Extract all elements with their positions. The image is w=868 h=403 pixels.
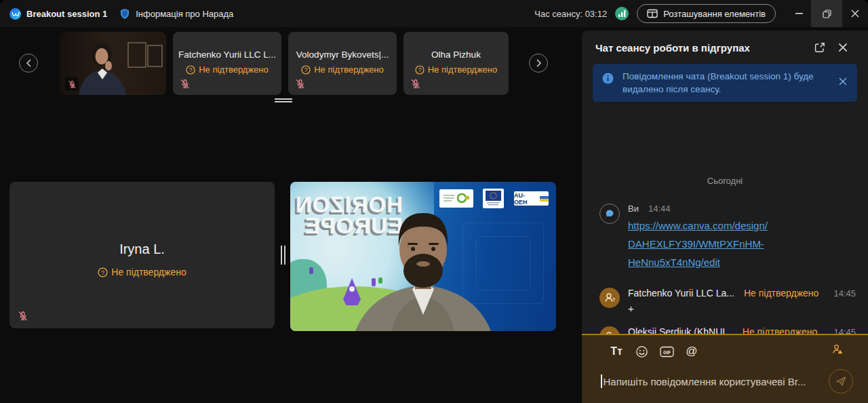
unverified-status: ? Не підтверджено	[403, 64, 509, 75]
svg-text:?: ?	[189, 66, 193, 73]
info-icon	[602, 73, 614, 84]
restore-icon	[823, 9, 831, 18]
svg-text:GIF: GIF	[663, 349, 671, 354]
message-composer: Tт GIF @	[582, 334, 868, 403]
meeting-info-button[interactable]: Інформація про Нарада	[136, 9, 233, 19]
text-caret	[601, 375, 602, 388]
chat-title: Чат сеансу роботи в підгрупах	[595, 42, 803, 54]
mic-muted-icon	[18, 311, 28, 322]
participant-name: Iryna L.	[9, 242, 275, 257]
signal-bars-icon	[618, 10, 626, 17]
sender-name: Fatchenko Yurii LLC La...	[628, 288, 734, 299]
sender-name: Ви	[628, 204, 639, 214]
unverified-status: ? Не підтверджено	[9, 267, 275, 277]
stage-area: Fatchenko Yurii LLC L... ? Не підтвердже…	[0, 27, 582, 403]
self-view-video-tile[interactable]	[60, 32, 166, 95]
close-window-button[interactable]	[842, 0, 868, 27]
message-text: +	[628, 303, 857, 314]
input-placeholder: Напишіть повідомлення користувачеві Br..…	[604, 376, 806, 387]
unverified-status: ? Не підтверджено	[173, 64, 281, 75]
speech-bubble-icon	[604, 208, 615, 219]
svg-text:?: ?	[101, 269, 104, 275]
person-question-avatar: ?	[599, 326, 620, 334]
person-warning-icon	[831, 343, 844, 356]
message-link[interactable]: https://www.canva.com/design/ DAHEXLFY39…	[628, 216, 857, 271]
smiley-icon	[635, 345, 648, 358]
participant-tile[interactable]: Fatchenko Yurii LLC L... ? Не підтвердже…	[173, 32, 281, 95]
mic-muted-icon	[295, 79, 306, 90]
text-format-button[interactable]: Tт	[609, 344, 624, 359]
chat-message: Ви 14:44 https://www.canva.com/design/ D…	[593, 204, 857, 271]
muted-badge	[65, 77, 79, 91]
sender-unverified-label: Не підтверджено	[743, 326, 817, 334]
participant-name: Fatchenko Yurii LLC L...	[173, 50, 281, 60]
person-question-icon: ?	[604, 292, 616, 304]
session-title: Breakout session 1	[26, 9, 107, 19]
mic-muted-icon	[68, 80, 77, 89]
unverified-label: Не підтверджено	[314, 64, 384, 75]
filmstrip-prev-button[interactable]	[19, 54, 38, 73]
minimize-button[interactable]	[787, 0, 811, 27]
restore-window-button[interactable]	[811, 0, 842, 27]
video-tile-iryna[interactable]: Iryna L. ? Не підтверджено	[9, 182, 275, 328]
connection-quality-indicator[interactable]	[615, 7, 629, 20]
filmstrip-resize-handle[interactable]	[275, 98, 292, 102]
mic-muted-icon	[410, 79, 421, 90]
gif-button[interactable]: GIF	[659, 344, 674, 359]
layout-button[interactable]: Розташування елементів	[637, 4, 776, 23]
svg-text:?: ?	[418, 66, 421, 73]
chat-header: Чат сеансу роботи в підгрупах	[582, 31, 868, 54]
svg-text:?: ?	[304, 66, 308, 73]
sender-unverified-label: Не підтверджено	[744, 288, 818, 299]
shield-icon	[119, 8, 130, 20]
chat-panel: Чат сеансу роботи в підгрупах Повідомлен…	[582, 31, 868, 403]
unverified-label: Не підтверджено	[428, 64, 498, 75]
mention-button[interactable]: @	[684, 344, 699, 359]
message-input[interactable]: Напишіть повідомлення користувачеві Br..…	[601, 375, 821, 388]
question-circle-icon: ?	[186, 65, 195, 75]
message-time: 14:45	[833, 327, 856, 334]
svg-text:?: ?	[612, 297, 615, 302]
banner-text: Повідомлення чата (Breakout session 1) б…	[623, 70, 830, 96]
unverified-label: Не підтверджено	[199, 64, 269, 75]
participant-tile[interactable]: Olha Pizhuk ? Не підтверджено	[403, 32, 509, 95]
layout-grid-icon	[647, 9, 658, 18]
mic-muted-icon	[180, 79, 191, 90]
chat-message-list[interactable]: Сьогодні Ви 14:44 https://www.canva.com/…	[582, 132, 868, 334]
date-divider: Сьогодні	[593, 176, 857, 186]
layout-button-label: Розташування елементів	[663, 9, 766, 19]
session-time: Час сеансу: 03:12	[534, 9, 607, 19]
tiles-resize-handle[interactable]	[281, 246, 286, 265]
speaker-video	[290, 182, 556, 331]
paper-plane-icon	[835, 375, 847, 387]
chat-message: ? Oleksii Serdiuk (KhNUI... Не підтвердж…	[593, 326, 857, 334]
participant-name: Volodymyr Bykovets|...	[288, 50, 397, 60]
emoji-button[interactable]	[634, 344, 649, 359]
message-time: 14:45	[833, 288, 856, 299]
question-circle-icon: ?	[301, 65, 311, 75]
message-time: 14:44	[648, 204, 671, 214]
question-circle-icon: ?	[415, 65, 425, 75]
popout-icon[interactable]	[814, 41, 826, 54]
meeting-window: Breakout session 1 Інформація про Нарада…	[0, 0, 868, 403]
unverified-label: Не підтверджено	[111, 267, 186, 277]
unverified-status: ? Не підтверджено	[288, 64, 397, 75]
webex-logo-icon	[9, 8, 21, 20]
video-tile-speaker[interactable]: HORIZON EUROPE	[290, 182, 556, 331]
chat-message: ? Fatchenko Yurii LLC La... Не підтвердж…	[593, 288, 857, 314]
banner-close-icon[interactable]	[838, 77, 848, 86]
participant-tile[interactable]: Volodymyr Bykovets|... ? Не підтверджено	[288, 32, 397, 95]
chat-bubble-avatar	[599, 204, 620, 224]
person-question-avatar: ?	[599, 288, 620, 308]
sender-name: Oleksii Serdiuk (KhNUI...	[628, 326, 733, 334]
close-icon	[851, 9, 859, 18]
send-button[interactable]	[829, 369, 853, 394]
participant-name: Olha Pizhuk	[403, 50, 509, 60]
gif-icon: GIF	[660, 346, 674, 358]
chat-info-banner: Повідомлення чата (Breakout session 1) б…	[593, 64, 857, 102]
composer-toolbar: Tт GIF @	[582, 335, 868, 359]
filmstrip-next-button[interactable]	[529, 54, 548, 73]
question-circle-icon: ?	[98, 267, 108, 277]
close-chat-icon[interactable]	[837, 41, 849, 54]
titlebar: Breakout session 1 Інформація про Нарада…	[0, 0, 868, 27]
